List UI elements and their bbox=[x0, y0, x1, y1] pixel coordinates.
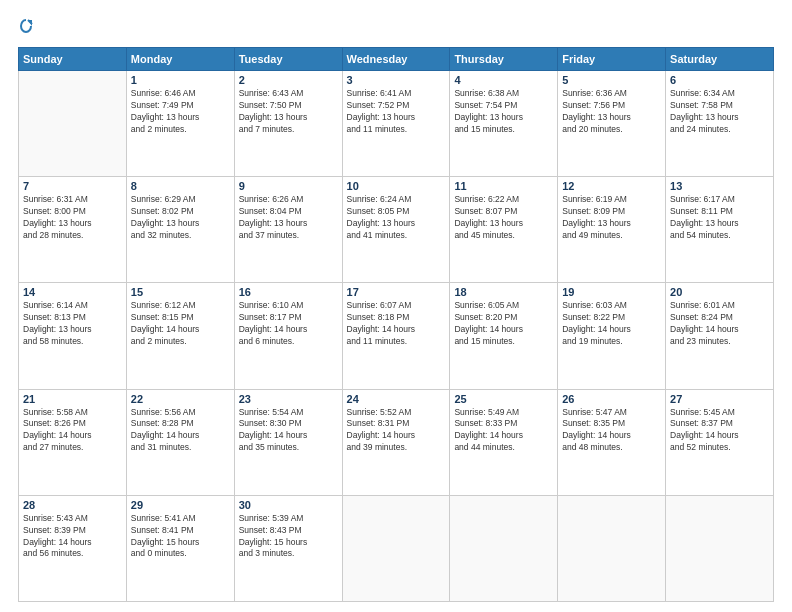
day-cell: 2Sunrise: 6:43 AM Sunset: 7:50 PM Daylig… bbox=[234, 71, 342, 177]
calendar-table: SundayMondayTuesdayWednesdayThursdayFrid… bbox=[18, 47, 774, 602]
day-cell bbox=[342, 495, 450, 601]
day-number: 27 bbox=[670, 393, 769, 405]
day-number: 3 bbox=[347, 74, 446, 86]
day-info: Sunrise: 5:45 AM Sunset: 8:37 PM Dayligh… bbox=[670, 407, 769, 455]
day-cell: 29Sunrise: 5:41 AM Sunset: 8:41 PM Dayli… bbox=[126, 495, 234, 601]
day-cell: 7Sunrise: 6:31 AM Sunset: 8:00 PM Daylig… bbox=[19, 177, 127, 283]
weekday-header-monday: Monday bbox=[126, 48, 234, 71]
day-cell: 4Sunrise: 6:38 AM Sunset: 7:54 PM Daylig… bbox=[450, 71, 558, 177]
day-number: 14 bbox=[23, 286, 122, 298]
day-number: 22 bbox=[131, 393, 230, 405]
day-number: 18 bbox=[454, 286, 553, 298]
day-info: Sunrise: 6:34 AM Sunset: 7:58 PM Dayligh… bbox=[670, 88, 769, 136]
day-info: Sunrise: 6:10 AM Sunset: 8:17 PM Dayligh… bbox=[239, 300, 338, 348]
day-cell: 8Sunrise: 6:29 AM Sunset: 8:02 PM Daylig… bbox=[126, 177, 234, 283]
day-info: Sunrise: 6:14 AM Sunset: 8:13 PM Dayligh… bbox=[23, 300, 122, 348]
day-cell: 20Sunrise: 6:01 AM Sunset: 8:24 PM Dayli… bbox=[666, 283, 774, 389]
day-number: 19 bbox=[562, 286, 661, 298]
day-info: Sunrise: 6:26 AM Sunset: 8:04 PM Dayligh… bbox=[239, 194, 338, 242]
day-cell: 18Sunrise: 6:05 AM Sunset: 8:20 PM Dayli… bbox=[450, 283, 558, 389]
day-info: Sunrise: 6:07 AM Sunset: 8:18 PM Dayligh… bbox=[347, 300, 446, 348]
day-cell: 25Sunrise: 5:49 AM Sunset: 8:33 PM Dayli… bbox=[450, 389, 558, 495]
day-cell: 12Sunrise: 6:19 AM Sunset: 8:09 PM Dayli… bbox=[558, 177, 666, 283]
day-number: 11 bbox=[454, 180, 553, 192]
day-number: 28 bbox=[23, 499, 122, 511]
week-row-1: 1Sunrise: 6:46 AM Sunset: 7:49 PM Daylig… bbox=[19, 71, 774, 177]
day-number: 16 bbox=[239, 286, 338, 298]
day-cell bbox=[19, 71, 127, 177]
week-row-5: 28Sunrise: 5:43 AM Sunset: 8:39 PM Dayli… bbox=[19, 495, 774, 601]
day-info: Sunrise: 6:22 AM Sunset: 8:07 PM Dayligh… bbox=[454, 194, 553, 242]
logo-text bbox=[18, 18, 34, 37]
day-info: Sunrise: 5:49 AM Sunset: 8:33 PM Dayligh… bbox=[454, 407, 553, 455]
day-info: Sunrise: 5:58 AM Sunset: 8:26 PM Dayligh… bbox=[23, 407, 122, 455]
day-cell bbox=[558, 495, 666, 601]
day-number: 1 bbox=[131, 74, 230, 86]
day-info: Sunrise: 6:46 AM Sunset: 7:49 PM Dayligh… bbox=[131, 88, 230, 136]
day-number: 15 bbox=[131, 286, 230, 298]
day-info: Sunrise: 6:03 AM Sunset: 8:22 PM Dayligh… bbox=[562, 300, 661, 348]
day-info: Sunrise: 6:43 AM Sunset: 7:50 PM Dayligh… bbox=[239, 88, 338, 136]
page: SundayMondayTuesdayWednesdayThursdayFrid… bbox=[0, 0, 792, 612]
day-number: 8 bbox=[131, 180, 230, 192]
day-cell: 5Sunrise: 6:36 AM Sunset: 7:56 PM Daylig… bbox=[558, 71, 666, 177]
day-cell: 3Sunrise: 6:41 AM Sunset: 7:52 PM Daylig… bbox=[342, 71, 450, 177]
day-cell: 28Sunrise: 5:43 AM Sunset: 8:39 PM Dayli… bbox=[19, 495, 127, 601]
weekday-header-saturday: Saturday bbox=[666, 48, 774, 71]
day-number: 10 bbox=[347, 180, 446, 192]
day-info: Sunrise: 5:56 AM Sunset: 8:28 PM Dayligh… bbox=[131, 407, 230, 455]
weekday-header-friday: Friday bbox=[558, 48, 666, 71]
weekday-header-row: SundayMondayTuesdayWednesdayThursdayFrid… bbox=[19, 48, 774, 71]
day-cell bbox=[450, 495, 558, 601]
day-info: Sunrise: 6:19 AM Sunset: 8:09 PM Dayligh… bbox=[562, 194, 661, 242]
day-info: Sunrise: 6:31 AM Sunset: 8:00 PM Dayligh… bbox=[23, 194, 122, 242]
day-info: Sunrise: 6:41 AM Sunset: 7:52 PM Dayligh… bbox=[347, 88, 446, 136]
day-number: 2 bbox=[239, 74, 338, 86]
day-number: 30 bbox=[239, 499, 338, 511]
day-info: Sunrise: 5:41 AM Sunset: 8:41 PM Dayligh… bbox=[131, 513, 230, 561]
week-row-4: 21Sunrise: 5:58 AM Sunset: 8:26 PM Dayli… bbox=[19, 389, 774, 495]
day-cell bbox=[666, 495, 774, 601]
header bbox=[18, 18, 774, 37]
day-info: Sunrise: 5:47 AM Sunset: 8:35 PM Dayligh… bbox=[562, 407, 661, 455]
day-number: 5 bbox=[562, 74, 661, 86]
day-cell: 10Sunrise: 6:24 AM Sunset: 8:05 PM Dayli… bbox=[342, 177, 450, 283]
day-cell: 26Sunrise: 5:47 AM Sunset: 8:35 PM Dayli… bbox=[558, 389, 666, 495]
day-info: Sunrise: 5:39 AM Sunset: 8:43 PM Dayligh… bbox=[239, 513, 338, 561]
day-number: 26 bbox=[562, 393, 661, 405]
day-info: Sunrise: 6:24 AM Sunset: 8:05 PM Dayligh… bbox=[347, 194, 446, 242]
day-cell: 14Sunrise: 6:14 AM Sunset: 8:13 PM Dayli… bbox=[19, 283, 127, 389]
day-number: 6 bbox=[670, 74, 769, 86]
day-cell: 1Sunrise: 6:46 AM Sunset: 7:49 PM Daylig… bbox=[126, 71, 234, 177]
day-cell: 15Sunrise: 6:12 AM Sunset: 8:15 PM Dayli… bbox=[126, 283, 234, 389]
day-cell: 30Sunrise: 5:39 AM Sunset: 8:43 PM Dayli… bbox=[234, 495, 342, 601]
week-row-2: 7Sunrise: 6:31 AM Sunset: 8:00 PM Daylig… bbox=[19, 177, 774, 283]
weekday-header-tuesday: Tuesday bbox=[234, 48, 342, 71]
day-number: 9 bbox=[239, 180, 338, 192]
day-number: 29 bbox=[131, 499, 230, 511]
day-cell: 13Sunrise: 6:17 AM Sunset: 8:11 PM Dayli… bbox=[666, 177, 774, 283]
day-info: Sunrise: 5:54 AM Sunset: 8:30 PM Dayligh… bbox=[239, 407, 338, 455]
week-row-3: 14Sunrise: 6:14 AM Sunset: 8:13 PM Dayli… bbox=[19, 283, 774, 389]
day-cell: 24Sunrise: 5:52 AM Sunset: 8:31 PM Dayli… bbox=[342, 389, 450, 495]
day-number: 7 bbox=[23, 180, 122, 192]
day-info: Sunrise: 6:05 AM Sunset: 8:20 PM Dayligh… bbox=[454, 300, 553, 348]
day-cell: 9Sunrise: 6:26 AM Sunset: 8:04 PM Daylig… bbox=[234, 177, 342, 283]
day-number: 17 bbox=[347, 286, 446, 298]
day-info: Sunrise: 5:52 AM Sunset: 8:31 PM Dayligh… bbox=[347, 407, 446, 455]
day-info: Sunrise: 5:43 AM Sunset: 8:39 PM Dayligh… bbox=[23, 513, 122, 561]
logo bbox=[18, 18, 34, 37]
logo-icon bbox=[18, 18, 34, 37]
day-cell: 27Sunrise: 5:45 AM Sunset: 8:37 PM Dayli… bbox=[666, 389, 774, 495]
day-cell: 6Sunrise: 6:34 AM Sunset: 7:58 PM Daylig… bbox=[666, 71, 774, 177]
day-number: 23 bbox=[239, 393, 338, 405]
day-cell: 21Sunrise: 5:58 AM Sunset: 8:26 PM Dayli… bbox=[19, 389, 127, 495]
weekday-header-thursday: Thursday bbox=[450, 48, 558, 71]
day-info: Sunrise: 6:01 AM Sunset: 8:24 PM Dayligh… bbox=[670, 300, 769, 348]
day-info: Sunrise: 6:38 AM Sunset: 7:54 PM Dayligh… bbox=[454, 88, 553, 136]
weekday-header-wednesday: Wednesday bbox=[342, 48, 450, 71]
day-cell: 11Sunrise: 6:22 AM Sunset: 8:07 PM Dayli… bbox=[450, 177, 558, 283]
day-number: 4 bbox=[454, 74, 553, 86]
day-number: 21 bbox=[23, 393, 122, 405]
day-number: 13 bbox=[670, 180, 769, 192]
